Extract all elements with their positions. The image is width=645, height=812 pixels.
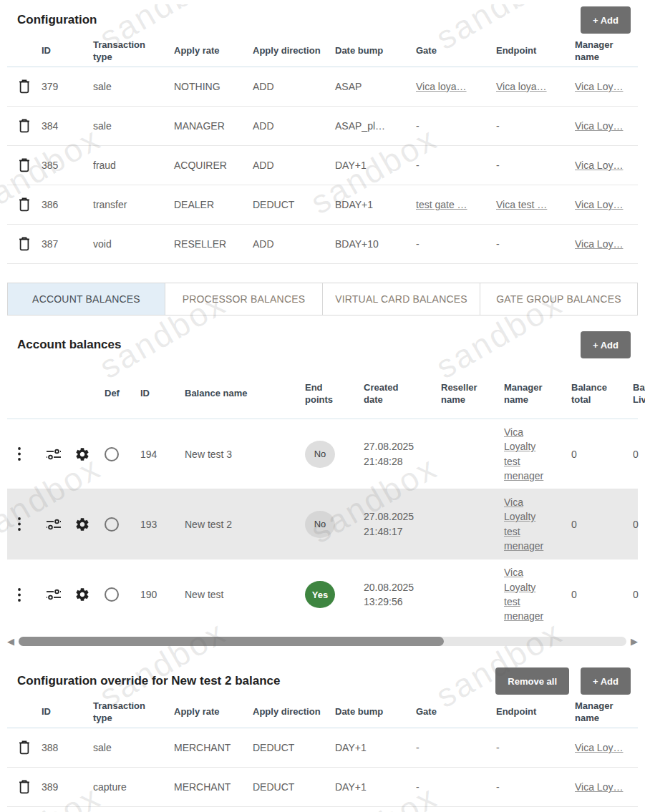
tab-gate-group-balances[interactable]: GATE GROUP BALANCES (480, 283, 637, 315)
col-endpoint: Endpoint (496, 706, 575, 718)
scroll-left-icon[interactable]: ◀ (7, 637, 14, 646)
cell-direction: ADD (253, 120, 335, 132)
delete-icon[interactable] (19, 197, 42, 212)
add-configuration-button[interactable]: + Add (581, 6, 631, 34)
manager-link[interactable]: Vica Loy… (575, 81, 629, 92)
cell-bump: ASAP_pl… (335, 120, 416, 132)
delete-icon[interactable] (19, 158, 42, 172)
cell-direction: DEDUCT (253, 199, 335, 210)
cell-balance-total: 0 (571, 589, 633, 600)
col-apply-direction: Apply direction (253, 706, 335, 718)
gate-link[interactable]: Vica loya… (416, 81, 472, 92)
cell-id: 388 (42, 742, 93, 753)
default-radio[interactable] (105, 587, 119, 602)
cell-direction: DEDUCT (253, 742, 335, 753)
kebab-menu-icon[interactable] (17, 446, 46, 461)
table-row: 194 New test 3 No 27.08.2025 21:48:28 Vi… (7, 419, 638, 489)
gate-link[interactable]: test gate … (416, 199, 473, 210)
delete-icon[interactable] (19, 237, 42, 251)
endpoint-link[interactable]: Vica test … (496, 199, 553, 210)
tab-processor-balances[interactable]: PROCESSOR BALANCES (165, 283, 323, 315)
manager-link[interactable]: Vica Loy… (575, 781, 629, 793)
col-apply-rate: Apply rate (174, 45, 253, 57)
manager-link[interactable]: Vica Loyalty test menager (504, 425, 551, 483)
endpoints-badge: Yes (305, 581, 335, 608)
cell-id: 387 (42, 238, 93, 250)
cell-balance-name: New test 2 (185, 519, 305, 530)
endpoint-link[interactable]: Vica loya… (496, 81, 553, 92)
cell-rate: DEALER (174, 199, 253, 210)
cell-type: sale (93, 120, 174, 132)
settings-gear-icon[interactable] (74, 517, 105, 532)
cell-bump: ASAP (335, 81, 416, 92)
filters-icon[interactable] (46, 518, 74, 531)
filters-icon[interactable] (46, 448, 74, 461)
cell-bump: DAY+1 (335, 160, 416, 171)
manager-link[interactable]: Vica Loy… (575, 199, 629, 210)
cell-bump: BDAY+10 (335, 238, 416, 250)
filters-icon[interactable] (46, 588, 74, 601)
table-header-row: ID Transaction type Apply rate Apply dir… (7, 697, 638, 728)
col-balance-total: Balance total (571, 382, 633, 406)
cell-rate: ACQUIRER (174, 160, 253, 171)
cell-rate: RESELLER (174, 238, 253, 250)
delete-icon[interactable] (19, 740, 42, 755)
delete-icon[interactable] (19, 79, 42, 94)
col-reseller-name: Reseller name (441, 382, 504, 406)
col-transaction-type: Transaction type (93, 700, 174, 724)
cell-balance-live: 0 (633, 449, 645, 460)
col-manager-name: Manager name (575, 39, 638, 63)
cell-gate: - (416, 742, 496, 753)
col-endpoint: Endpoint (496, 45, 575, 57)
delete-icon[interactable] (19, 780, 42, 794)
settings-gear-icon[interactable] (74, 587, 105, 602)
delete-icon[interactable] (19, 119, 42, 133)
col-created-date: Created date (364, 382, 441, 406)
account-balances-section: Account balances + Add Def ID Balance na… (0, 329, 645, 647)
cell-endpoint: - (496, 742, 575, 753)
col-id: ID (42, 45, 93, 57)
cell-type: sale (93, 742, 174, 753)
cell-gate: - (416, 120, 496, 132)
default-radio[interactable] (105, 517, 119, 532)
cell-direction: DEDUCT (253, 781, 335, 793)
manager-link[interactable]: Vica Loyalty test menager (504, 565, 551, 623)
cell-direction: ADD (253, 160, 335, 171)
cell-id: 194 (140, 449, 185, 460)
table-row: 190 New test Yes 20.08.2025 13:29:56 Vic… (7, 559, 638, 630)
cell-rate: MERCHANT (174, 781, 253, 793)
table-header-row: Def ID Balance name End points Created d… (7, 369, 638, 419)
tab-virtual-card-balances[interactable]: VIRTUAL CARD BALANCES (323, 283, 480, 315)
table-row: 384 sale MANAGER ADD ASAP_pl… - - Vica L… (7, 107, 638, 146)
add-override-button[interactable]: + Add (581, 667, 631, 695)
manager-link[interactable]: Vica Loy… (575, 742, 629, 753)
col-end-points: End points (305, 382, 364, 406)
col-date-bump: Date bump (335, 706, 416, 718)
default-radio[interactable] (105, 447, 119, 461)
scrollbar-track[interactable] (19, 637, 626, 646)
override-title: Configuration override for New test 2 ba… (17, 674, 280, 688)
endpoints-badge: No (305, 441, 335, 468)
cell-type: transfer (93, 199, 174, 210)
scrollbar-thumb[interactable] (19, 637, 444, 646)
manager-link[interactable]: Vica Loy… (575, 238, 629, 250)
col-id: ID (140, 388, 185, 399)
configuration-title: Configuration (17, 13, 97, 27)
remove-all-button[interactable]: Remove all (495, 667, 569, 695)
horizontal-scrollbar[interactable]: ◀ ▶ (7, 635, 638, 647)
cell-bump: DAY+1 (335, 742, 416, 753)
cell-created: 20.08.2025 13:29:56 (364, 580, 441, 610)
settings-gear-icon[interactable] (74, 446, 105, 462)
manager-link[interactable]: Vica Loy… (575, 160, 629, 171)
scroll-right-icon[interactable]: ▶ (631, 637, 638, 646)
kebab-menu-icon[interactable] (17, 517, 46, 532)
cell-id: 389 (42, 781, 93, 793)
override-table: ID Transaction type Apply rate Apply dir… (7, 697, 638, 807)
add-balance-button[interactable]: + Add (581, 331, 631, 358)
cell-gate: - (416, 160, 496, 171)
manager-link[interactable]: Vica Loy… (575, 120, 629, 132)
cell-id: 384 (42, 120, 93, 132)
manager-link[interactable]: Vica Loyalty test menager (504, 495, 551, 553)
tab-account-balances[interactable]: ACCOUNT BALANCES (8, 283, 165, 315)
kebab-menu-icon[interactable] (17, 587, 46, 602)
